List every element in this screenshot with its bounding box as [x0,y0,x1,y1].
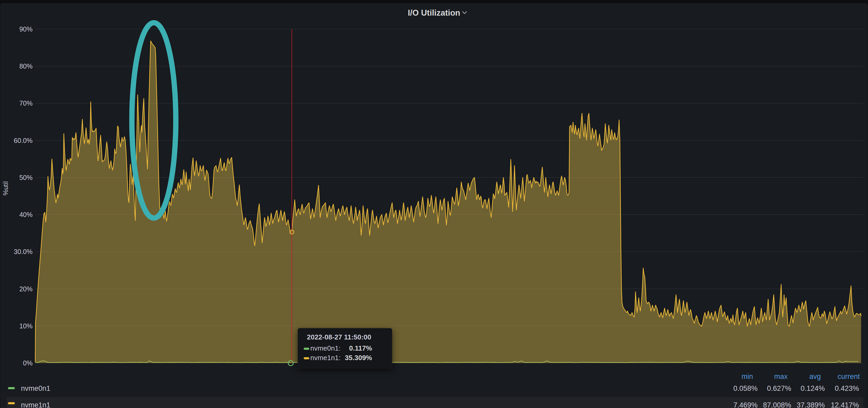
svg-text:I/O Utilization: I/O Utilization [408,8,460,18]
svg-text:50%: 50% [19,174,33,181]
svg-text:40%: 40% [19,211,33,218]
svg-text:10%: 10% [19,322,33,330]
svg-text:0%: 0% [23,359,33,367]
svg-text:20%: 20% [19,285,33,293]
svg-text:70%: 70% [19,100,33,107]
svg-text:80%: 80% [19,62,33,70]
svg-text:30.0%: 30.0% [14,248,33,255]
svg-text:90%: 90% [19,25,33,33]
svg-text:60.0%: 60.0% [14,137,33,144]
svg-text:%util: %util [2,181,9,196]
